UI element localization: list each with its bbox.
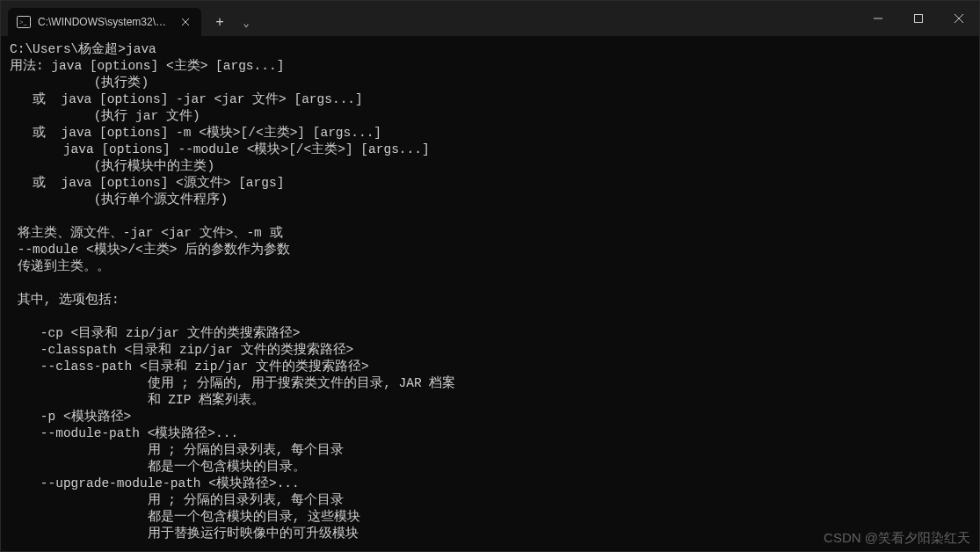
minimize-icon — [874, 14, 882, 23]
tab-cmd[interactable]: >_ C:\WINDOWS\system32\cmd. — [8, 8, 201, 36]
terminal-body[interactable]: C:\Users\杨金超>java 用法: java [options] <主类… — [1, 36, 979, 551]
titlebar: >_ C:\WINDOWS\system32\cmd. + ⌄ — [1, 1, 979, 36]
new-tab-button[interactable]: + — [207, 10, 233, 36]
tab-dropdown-button[interactable]: ⌄ — [233, 10, 259, 36]
tab-strip: >_ C:\WINDOWS\system32\cmd. + ⌄ — [1, 1, 259, 36]
svg-rect-2 — [915, 15, 923, 23]
tab-close-button[interactable] — [178, 15, 192, 29]
terminal-output: 用法: java [options] <主类> [args...] (执行类) … — [10, 59, 455, 541]
svg-text:>_: >_ — [19, 18, 28, 26]
command: java — [126, 42, 156, 56]
maximize-button[interactable] — [898, 1, 939, 36]
close-button[interactable] — [939, 1, 979, 36]
maximize-icon — [914, 14, 923, 23]
window-controls — [858, 1, 979, 36]
close-icon — [955, 14, 963, 23]
watermark: CSDN @笑看夕阳染红天 — [824, 529, 970, 546]
prompt: C:\Users\杨金超> — [10, 42, 126, 56]
tab-title: C:\WINDOWS\system32\cmd. — [38, 16, 171, 28]
terminal-window: >_ C:\WINDOWS\system32\cmd. + ⌄ — [0, 0, 980, 552]
chevron-down-icon: ⌄ — [243, 17, 249, 30]
minimize-button[interactable] — [858, 1, 898, 36]
cmd-icon: >_ — [17, 15, 31, 29]
plus-icon: + — [215, 15, 224, 31]
